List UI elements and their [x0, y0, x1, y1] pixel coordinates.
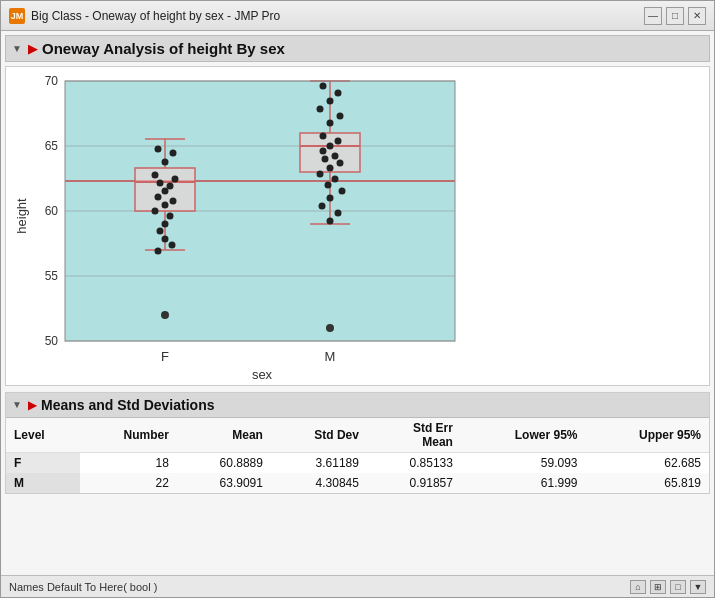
- main-window: JM Big Class - Oneway of height by sex -…: [0, 0, 715, 598]
- analysis-section-header: ▼ ▶ Oneway Analysis of height By sex: [5, 35, 710, 62]
- m-dot: [327, 165, 334, 172]
- stats-title: Means and Std Deviations: [41, 397, 214, 413]
- status-dropdown-icon[interactable]: ▼: [690, 580, 706, 594]
- m-dot: [335, 138, 342, 145]
- m-dot: [339, 188, 346, 195]
- svg-text:70: 70: [45, 74, 59, 88]
- m-dot: [327, 120, 334, 127]
- col-header-level: Level: [6, 418, 80, 453]
- svg-text:55: 55: [45, 269, 59, 283]
- m-dot: [317, 106, 324, 113]
- row-f-stderr: 0.85133: [367, 453, 461, 474]
- row-f-lower95: 59.093: [461, 453, 586, 474]
- chart-container: 70 65 60 55 50 height: [5, 66, 710, 386]
- app-icon: JM: [9, 8, 25, 24]
- stats-toggle-icon[interactable]: ▼: [12, 399, 24, 411]
- table-row: F 18 60.8889 3.61189 0.85133 59.093 62.6…: [6, 453, 709, 474]
- col-header-upper95: Upper 95%: [585, 418, 709, 453]
- row-m-level: M: [6, 473, 80, 493]
- minimize-button[interactable]: —: [644, 7, 662, 25]
- m-dot: [325, 182, 332, 189]
- m-dot: [327, 195, 334, 202]
- f-outlier-low: [161, 311, 169, 319]
- title-bar-left: JM Big Class - Oneway of height by sex -…: [9, 8, 280, 24]
- row-f-mean: 60.8889: [177, 453, 271, 474]
- f-dot: [155, 194, 162, 201]
- row-f-number: 18: [80, 453, 177, 474]
- f-dot: [162, 202, 169, 209]
- m-outlier-low: [326, 324, 334, 332]
- m-dot: [327, 143, 334, 150]
- status-table-icon[interactable]: ⊞: [650, 580, 666, 594]
- status-icons: ⌂ ⊞ □ ▼: [630, 580, 706, 594]
- m-dot: [327, 98, 334, 105]
- row-f-stddev: 3.61189: [271, 453, 367, 474]
- section-toggle-icon[interactable]: ▼: [12, 43, 24, 55]
- f-dot: [152, 208, 159, 215]
- f-dot: [170, 198, 177, 205]
- m-dot: [320, 148, 327, 155]
- window-controls: — □ ✕: [644, 7, 706, 25]
- m-dot: [332, 176, 339, 183]
- f-dot: [170, 150, 177, 157]
- f-dot: [162, 159, 169, 166]
- row-m-stderr: 0.91857: [367, 473, 461, 493]
- f-dot: [162, 236, 169, 243]
- section-title: Oneway Analysis of height By sex: [42, 40, 285, 57]
- status-text: Names Default To Here( bool ): [9, 581, 157, 593]
- row-f-level: F: [6, 453, 80, 474]
- col-header-number: Number: [80, 418, 177, 453]
- row-f-upper95: 62.685: [585, 453, 709, 474]
- f-dot: [152, 172, 159, 179]
- y-axis-label: height: [14, 198, 29, 234]
- col-header-mean: Mean: [177, 418, 271, 453]
- f-dot: [167, 183, 174, 190]
- section-red-triangle[interactable]: ▶: [28, 41, 38, 56]
- window-title: Big Class - Oneway of height by sex - JM…: [31, 9, 280, 23]
- f-dot: [162, 188, 169, 195]
- maximize-button[interactable]: □: [666, 7, 684, 25]
- f-dot: [167, 213, 174, 220]
- col-header-lower95: Lower 95%: [461, 418, 586, 453]
- status-home-icon[interactable]: ⌂: [630, 580, 646, 594]
- status-bar: Names Default To Here( bool ) ⌂ ⊞ □ ▼: [1, 575, 714, 597]
- f-dot: [169, 242, 176, 249]
- m-dot: [335, 210, 342, 217]
- stats-section: ▼ ▶ Means and Std Deviations Level Numbe…: [5, 392, 710, 494]
- x-label-m: M: [325, 349, 336, 364]
- status-window-icon[interactable]: □: [670, 580, 686, 594]
- x-axis-label: sex: [252, 367, 273, 381]
- row-m-upper95: 65.819: [585, 473, 709, 493]
- svg-text:60: 60: [45, 204, 59, 218]
- m-dot: [317, 171, 324, 178]
- x-label-f: F: [161, 349, 169, 364]
- row-m-mean: 63.9091: [177, 473, 271, 493]
- stats-red-triangle[interactable]: ▶: [28, 398, 37, 412]
- f-dot: [155, 248, 162, 255]
- content-area: ▼ ▶ Oneway Analysis of height By sex 70 …: [1, 31, 714, 575]
- oneway-chart: 70 65 60 55 50 height: [10, 71, 690, 381]
- f-dot: [157, 228, 164, 235]
- svg-text:65: 65: [45, 139, 59, 153]
- stats-table: Level Number Mean Std Dev Std Err Mean L…: [6, 418, 709, 493]
- m-dot: [319, 203, 326, 210]
- f-dot: [172, 176, 179, 183]
- m-dot: [327, 218, 334, 225]
- m-dot: [337, 160, 344, 167]
- f-dot: [162, 221, 169, 228]
- m-dot: [337, 113, 344, 120]
- m-dot: [322, 156, 329, 163]
- f-dot: [155, 146, 162, 153]
- row-m-lower95: 61.999: [461, 473, 586, 493]
- m-dot: [332, 153, 339, 160]
- close-button[interactable]: ✕: [688, 7, 706, 25]
- table-row: M 22 63.9091 4.30845 0.91857 61.999 65.8…: [6, 473, 709, 493]
- row-m-stddev: 4.30845: [271, 473, 367, 493]
- m-dot: [320, 83, 327, 90]
- title-bar: JM Big Class - Oneway of height by sex -…: [1, 1, 714, 31]
- stats-section-header: ▼ ▶ Means and Std Deviations: [6, 393, 709, 418]
- m-dot: [335, 90, 342, 97]
- f-dot: [157, 180, 164, 187]
- col-header-stddev: Std Dev: [271, 418, 367, 453]
- m-dot: [320, 133, 327, 140]
